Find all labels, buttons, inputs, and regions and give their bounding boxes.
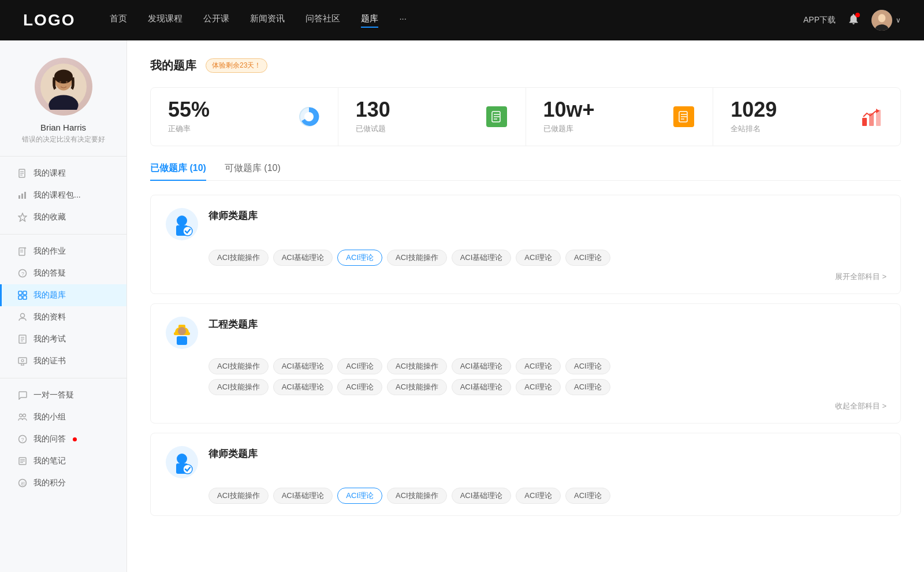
sidebar-item-my-group[interactable]: 我的小组 (0, 406, 126, 428)
nav-news[interactable]: 新闻资讯 (250, 13, 285, 28)
sidebar-item-my-notes[interactable]: 我的笔记 (0, 450, 126, 472)
profile-avatar-image (40, 64, 87, 110)
page-header: 我的题库 体验剩余23天！ (150, 58, 901, 73)
tag-lawyer2-5[interactable]: ACI理论 (516, 488, 561, 504)
collapse-link-engineer[interactable]: 收起全部科目 > (165, 401, 886, 411)
svg-rect-26 (23, 296, 27, 299)
tag-eng-r1-6[interactable]: ACI理论 (565, 358, 610, 374)
lawyer-icon-2 (165, 445, 199, 480)
expand-link-lawyer-1[interactable]: 展开全部科目 > (165, 272, 886, 282)
svg-rect-24 (23, 291, 27, 295)
header-right: APP下载 ∨ (803, 10, 901, 31)
sidebar-item-my-exams[interactable]: 我的考试 (0, 328, 126, 350)
logo[interactable]: LOGO (23, 11, 75, 29)
main-nav: 首页 发现课程 公开课 新闻资讯 问答社区 题库 ··· (110, 13, 803, 28)
tag-eng-r1-4[interactable]: ACI基础理论 (452, 358, 512, 374)
qa-notification-dot (73, 437, 77, 441)
tag-lawyer1-3[interactable]: ACI技能操作 (387, 250, 447, 266)
sidebar-label-my-qbank: 我的题库 (33, 290, 66, 300)
tag-eng-r2-5[interactable]: ACI理论 (516, 379, 561, 395)
tag-eng-r1-0[interactable]: ACI技能操作 (208, 358, 269, 374)
done-questions-icon (485, 105, 508, 128)
notification-bell[interactable] (847, 13, 860, 28)
tag-lawyer1-5[interactable]: ACI理论 (516, 250, 561, 266)
sidebar-item-my-packages[interactable]: 我的课程包... (0, 184, 126, 206)
svg-rect-25 (18, 296, 22, 299)
sidebar-label-my-points: 我的积分 (33, 478, 66, 488)
svg-text:?: ? (21, 437, 24, 443)
tag-lawyer2-6[interactable]: ACI理论 (565, 488, 610, 504)
tag-lawyer2-3[interactable]: ACI技能操作 (387, 488, 447, 504)
tag-eng-r2-2[interactable]: ACI理论 (337, 379, 382, 395)
tag-lawyer2-0[interactable]: ACI技能操作 (208, 488, 269, 504)
sidebar-divider-3 (0, 378, 126, 378)
sidebar-item-my-questions[interactable]: ? 我的答疑 (0, 262, 126, 284)
svg-marker-16 (18, 213, 27, 221)
tag-lawyer1-6[interactable]: ACI理论 (565, 250, 610, 266)
stat-accuracy-text: 55% 正确率 (168, 99, 288, 134)
lawyer-icon-1 (165, 207, 199, 242)
tag-lawyer1-2[interactable]: ACI理论 (337, 250, 382, 266)
svg-point-48 (304, 112, 314, 121)
stat-done-questions: 130 已做试题 (338, 88, 526, 146)
nav-qa[interactable]: 问答社区 (305, 13, 340, 28)
tag-eng-r2-3[interactable]: ACI技能操作 (387, 379, 447, 395)
profile-name: Brian Harris (40, 122, 86, 132)
tag-lawyer1-0[interactable]: ACI技能操作 (208, 250, 269, 266)
tag-lawyer2-4[interactable]: ACI基础理论 (452, 488, 512, 504)
sidebar-item-one-on-one[interactable]: 一对一答疑 (0, 384, 126, 406)
svg-rect-57 (862, 118, 867, 126)
sidebar-item-my-profile[interactable]: 我的资料 (0, 306, 126, 328)
tag-eng-r2-4[interactable]: ACI基础理论 (452, 379, 512, 395)
notification-dot (855, 13, 860, 17)
qbank-card-lawyer-2: 律师类题库 ACI技能操作 ACI基础理论 ACI理论 ACI技能操作 ACI基… (150, 433, 901, 516)
stat-done-questions-text: 130 已做试题 (356, 99, 476, 134)
sidebar-label-my-qa: 我的问答 (33, 434, 66, 444)
tag-eng-r2-6[interactable]: ACI理论 (565, 379, 610, 395)
qbank-card-engineer-header: 工程类题库 (165, 315, 886, 350)
nav-more[interactable]: ··· (399, 13, 407, 28)
tag-eng-r1-1[interactable]: ACI基础理论 (273, 358, 333, 374)
nav-open-course[interactable]: 公开课 (203, 13, 229, 28)
tag-eng-r1-5[interactable]: ACI理论 (516, 358, 561, 374)
sidebar-item-my-qbank[interactable]: 我的题库 (0, 284, 126, 306)
sidebar-item-my-points[interactable]: 积 我的积分 (0, 472, 126, 494)
tag-eng-r2-1[interactable]: ACI基础理论 (273, 379, 333, 395)
tag-lawyer2-1[interactable]: ACI基础理论 (273, 488, 333, 504)
svg-rect-13 (18, 195, 20, 199)
svg-point-63 (177, 216, 187, 226)
stat-done-banks: 10w+ 已做题库 (526, 88, 714, 146)
sidebar-item-my-qa[interactable]: ? 我的问答 (0, 428, 126, 450)
stat-site-rank: 1029 全站排名 (713, 88, 900, 146)
tag-eng-r1-3[interactable]: ACI技能操作 (387, 358, 447, 374)
user-avatar-wrapper[interactable]: ∨ (871, 10, 901, 31)
stat-accuracy: 55% 正确率 (151, 88, 338, 146)
nav-question-bank[interactable]: 题库 (361, 13, 378, 28)
sidebar-item-my-homework[interactable]: 我的作业 (0, 240, 126, 262)
tab-done-banks[interactable]: 已做题库 (10) (150, 162, 206, 180)
chart-bar-icon (17, 190, 28, 200)
nav-discover[interactable]: 发现课程 (148, 13, 182, 28)
sidebar-label-my-group: 我的小组 (33, 412, 66, 422)
tag-eng-r1-2[interactable]: ACI理论 (337, 358, 382, 374)
stat-site-rank-value: 1029 (731, 99, 851, 120)
tab-available-banks[interactable]: 可做题库 (10) (225, 162, 281, 180)
sidebar-item-my-courses[interactable]: 我的课程 (0, 162, 126, 184)
stat-accuracy-label: 正确率 (168, 124, 288, 134)
sidebar-divider-2 (0, 234, 126, 235)
nav-home[interactable]: 首页 (110, 13, 127, 28)
qbank-title-engineer: 工程类题库 (208, 318, 258, 331)
sidebar-item-my-favorites[interactable]: 我的收藏 (0, 206, 126, 228)
tag-eng-r2-0[interactable]: ACI技能操作 (208, 379, 269, 395)
qbank-card-lawyer-2-header: 律师类题库 (165, 445, 886, 480)
note-icon (17, 456, 28, 466)
tag-lawyer1-4[interactable]: ACI基础理论 (452, 250, 512, 266)
chat-icon (17, 390, 28, 400)
tag-lawyer1-1[interactable]: ACI基础理论 (273, 250, 333, 266)
sidebar-item-my-certs[interactable]: 我的证书 (0, 350, 126, 372)
accuracy-pie-icon (297, 105, 321, 128)
tag-lawyer2-2[interactable]: ACI理论 (337, 488, 382, 504)
avatar-image (871, 10, 892, 31)
profile-area: Brian Harris 错误的决定比没有决定要好 (0, 58, 126, 144)
app-download-link[interactable]: APP下载 (803, 15, 836, 25)
